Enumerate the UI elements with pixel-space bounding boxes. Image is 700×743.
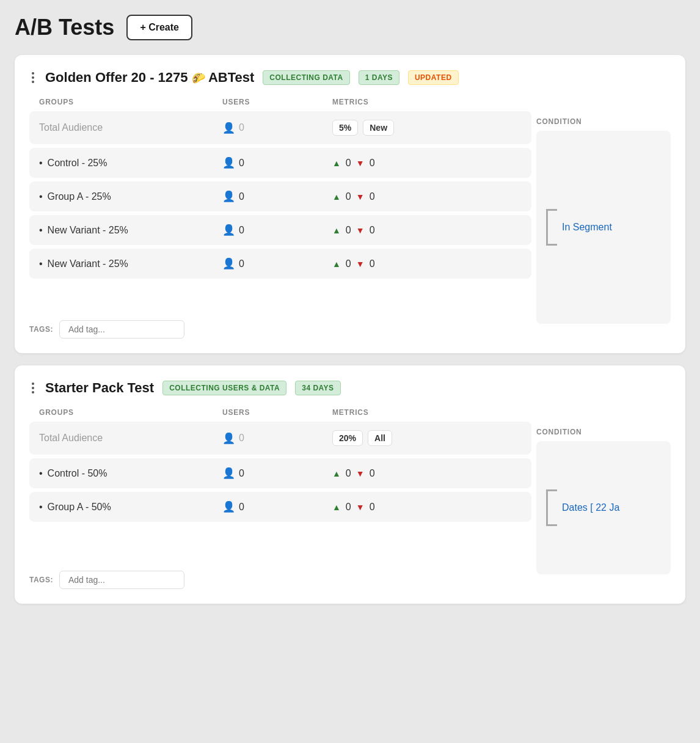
group-name: Control - 25% bbox=[39, 158, 222, 169]
metric-up-val: 0 bbox=[346, 502, 351, 513]
metrics-cell: ▲ 0 ▼ 0 bbox=[332, 502, 491, 513]
condition-bracket-icon bbox=[546, 489, 557, 526]
condition-text-1[interactable]: In Segment bbox=[562, 222, 612, 233]
metric-up-val: 0 bbox=[346, 468, 351, 479]
metrics-cell: ▲ 0 ▼ 0 bbox=[332, 191, 491, 202]
arrow-down-icon: ▼ bbox=[356, 502, 365, 512]
col-users-1: USERS bbox=[222, 98, 332, 106]
tag-input-2[interactable] bbox=[59, 571, 184, 589]
condition-bracket-icon bbox=[546, 209, 557, 246]
metric-up-val: 0 bbox=[346, 258, 351, 269]
test-card-2-header: Starter Pack Test COLLECTING USERS & DAT… bbox=[29, 380, 671, 396]
test-card-1-header: Golden Offer 20 - 1275 🌮 ABTest COLLECTI… bbox=[29, 70, 671, 86]
test-name-1: Golden Offer 20 - 1275 🌮 ABTest bbox=[45, 70, 254, 86]
condition-area-2: CONDITION Dates [ 22 Ja bbox=[536, 428, 671, 561]
table-row: Control - 50% 👤 0 ▲ 0 ▼ 0 bbox=[29, 458, 531, 488]
arrow-down-icon: ▼ bbox=[356, 469, 365, 478]
users-cell: 👤 0 bbox=[222, 156, 332, 169]
arrow-up-icon: ▲ bbox=[332, 225, 341, 235]
badge-updated-1: UPDATED bbox=[408, 70, 459, 85]
users-cell: 👤 0 bbox=[222, 190, 332, 203]
arrow-up-icon: ▲ bbox=[332, 469, 341, 478]
arrow-up-icon: ▲ bbox=[332, 259, 341, 269]
table-row: Group A - 25% 👤 0 ▲ 0 ▼ 0 bbox=[29, 181, 531, 211]
users-cell: 👤 0 bbox=[222, 432, 332, 445]
tag-input-1[interactable] bbox=[59, 320, 184, 339]
metrics-cell: ▲ 0 ▼ 0 bbox=[332, 225, 491, 236]
col-users-2: USERS bbox=[222, 408, 332, 417]
metric-down-val: 0 bbox=[370, 502, 375, 513]
metric-down-val: 0 bbox=[370, 225, 375, 236]
users-cell: 👤 0 bbox=[222, 257, 332, 270]
condition-inner-2: Dates [ 22 Ja bbox=[536, 441, 671, 574]
menu-dots-2[interactable] bbox=[29, 380, 37, 396]
test-2-table: GROUPS USERS METRICS Total Audience 👤 0 … bbox=[29, 408, 671, 561]
user-icon: 👤 bbox=[222, 156, 235, 169]
user-icon: 👤 bbox=[222, 500, 235, 513]
condition-inner-1: In Segment bbox=[536, 131, 671, 324]
metrics-pill: 20% bbox=[332, 430, 363, 446]
test-1-table: GROUPS USERS METRICS Total Audience 👤 0 … bbox=[29, 98, 671, 310]
test-2-col-headers: GROUPS USERS METRICS bbox=[29, 408, 531, 422]
test-1-rows: GROUPS USERS METRICS Total Audience 👤 0 … bbox=[29, 98, 531, 310]
user-icon: 👤 bbox=[222, 432, 235, 445]
col-groups-1: GROUPS bbox=[39, 98, 222, 106]
test-name-2: Starter Pack Test bbox=[45, 380, 154, 396]
table-row: Total Audience 👤 0 5% New bbox=[29, 111, 531, 144]
metric-up-val: 0 bbox=[346, 158, 351, 169]
test-2-rows: GROUPS USERS METRICS Total Audience 👤 0 … bbox=[29, 408, 531, 561]
metric-down-val: 0 bbox=[370, 158, 375, 169]
users-cell: 👤 0 bbox=[222, 224, 332, 236]
arrow-up-icon: ▲ bbox=[332, 192, 341, 202]
metric-down-val: 0 bbox=[370, 258, 375, 269]
metrics-cell: ▲ 0 ▼ 0 bbox=[332, 158, 491, 169]
test-emoji-1: 🌮 bbox=[192, 72, 205, 84]
user-icon: 👤 bbox=[222, 122, 235, 134]
condition-area-1: CONDITION In Segment bbox=[536, 117, 671, 310]
arrow-down-icon: ▼ bbox=[356, 158, 365, 168]
test-1-col-headers: GROUPS USERS METRICS bbox=[29, 98, 531, 111]
user-icon: 👤 bbox=[222, 467, 235, 480]
page-header: A/B Tests + Create bbox=[15, 15, 685, 40]
condition-content-2: Dates [ 22 Ja bbox=[546, 489, 619, 526]
table-row: New Variant - 25% 👤 0 ▲ 0 ▼ 0 bbox=[29, 249, 531, 279]
metrics-label: All bbox=[368, 430, 392, 446]
col-metrics-2: METRICS bbox=[332, 408, 491, 417]
group-name: Group A - 25% bbox=[39, 191, 222, 202]
badge-collecting-users-2: COLLECTING USERS & DATA bbox=[162, 381, 286, 395]
tags-label-1: TAGS: bbox=[29, 325, 53, 334]
badge-days-2: 34 DAYS bbox=[295, 381, 340, 395]
users-cell: 👤 0 bbox=[222, 467, 332, 480]
condition-text-2[interactable]: Dates [ 22 Ja bbox=[562, 502, 619, 513]
metrics-cell: ▲ 0 ▼ 0 bbox=[332, 468, 491, 479]
user-icon: 👤 bbox=[222, 224, 235, 236]
metrics-cell: ▲ 0 ▼ 0 bbox=[332, 258, 491, 269]
group-name: Total Audience bbox=[39, 433, 222, 444]
group-name: New Variant - 25% bbox=[39, 258, 222, 269]
metrics-pill: 5% bbox=[332, 120, 358, 136]
arrow-up-icon: ▲ bbox=[332, 158, 341, 168]
arrow-down-icon: ▼ bbox=[356, 259, 365, 269]
group-name: Total Audience bbox=[39, 122, 222, 133]
arrow-up-icon: ▲ bbox=[332, 502, 341, 512]
col-metrics-1: METRICS bbox=[332, 98, 491, 106]
col-condition-2: CONDITION bbox=[536, 428, 671, 441]
create-button[interactable]: + Create bbox=[126, 15, 192, 40]
group-name: Group A - 50% bbox=[39, 502, 222, 513]
menu-dots-1[interactable] bbox=[29, 70, 37, 86]
metrics-cell: 5% New bbox=[332, 120, 491, 136]
users-cell: 👤 0 bbox=[222, 122, 332, 134]
metrics-label: New bbox=[363, 120, 394, 136]
metrics-cell: 20% All bbox=[332, 430, 491, 446]
metric-up-val: 0 bbox=[346, 225, 351, 236]
metric-down-val: 0 bbox=[370, 191, 375, 202]
test-card-1: Golden Offer 20 - 1275 🌮 ABTest COLLECTI… bbox=[15, 55, 685, 353]
table-row: Control - 25% 👤 0 ▲ 0 ▼ 0 bbox=[29, 148, 531, 178]
user-icon: 👤 bbox=[222, 190, 235, 203]
arrow-down-icon: ▼ bbox=[356, 192, 365, 202]
test-card-2: Starter Pack Test COLLECTING USERS & DAT… bbox=[15, 365, 685, 604]
page-container: A/B Tests + Create Golden Offer 20 - 127… bbox=[15, 15, 685, 604]
group-name: Control - 50% bbox=[39, 468, 222, 479]
tags-label-2: TAGS: bbox=[29, 576, 53, 584]
badge-days-1: 1 DAYS bbox=[359, 70, 399, 85]
